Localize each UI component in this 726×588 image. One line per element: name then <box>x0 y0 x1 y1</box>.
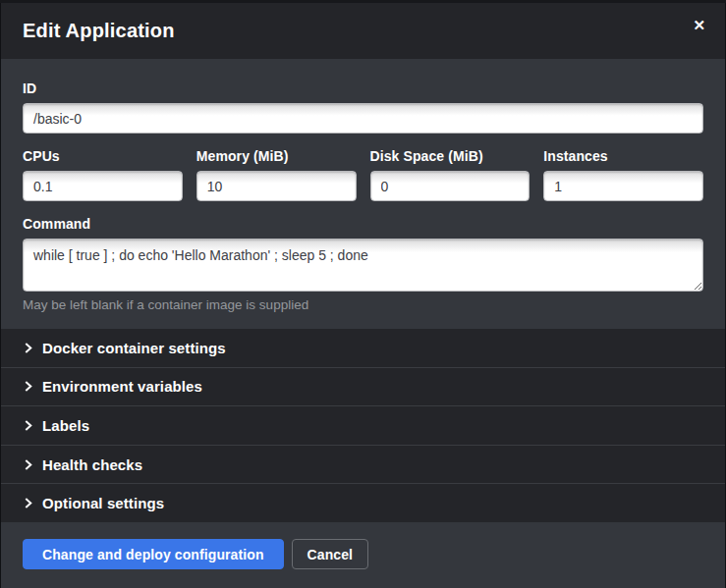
command-field-group: Command while [ true ] ; do echo 'Hello … <box>23 216 703 312</box>
section-label: Docker container settings <box>42 340 226 356</box>
section-environment-variables[interactable]: Environment variables <box>1 368 725 407</box>
memory-input[interactable] <box>196 171 357 201</box>
chevron-right-icon <box>23 420 33 431</box>
close-icon[interactable]: ✕ <box>689 16 709 34</box>
section-health-checks[interactable]: Health checks <box>1 446 725 485</box>
change-and-deploy-button[interactable]: Change and deploy configuration <box>23 539 284 569</box>
memory-field-group: Memory (MiB) <box>196 148 357 201</box>
cpus-field-group: CPUs <box>23 148 183 201</box>
modal-title: Edit Application <box>23 20 175 42</box>
settings-accordion: Docker container settings Environment va… <box>1 329 725 522</box>
command-label: Command <box>23 216 703 232</box>
disk-input[interactable] <box>370 171 531 201</box>
id-label: ID <box>23 80 703 96</box>
chevron-right-icon <box>23 459 33 470</box>
application-form: ID CPUs Memory (MiB) Disk Space (MiB) In… <box>1 59 725 329</box>
instances-field-group: Instances <box>543 148 703 201</box>
section-label: Environment variables <box>42 378 202 395</box>
memory-label: Memory (MiB) <box>196 148 357 164</box>
resources-row: CPUs Memory (MiB) Disk Space (MiB) Insta… <box>23 148 703 201</box>
chevron-right-icon <box>23 498 33 508</box>
command-help-text: May be left blank if a container image i… <box>23 297 703 312</box>
section-label: Health checks <box>42 456 142 473</box>
id-input[interactable] <box>23 103 703 134</box>
instances-input[interactable] <box>543 171 703 201</box>
section-labels[interactable]: Labels <box>1 406 725 446</box>
disk-label: Disk Space (MiB) <box>370 148 531 164</box>
section-label: Labels <box>42 417 89 434</box>
section-docker-container-settings[interactable]: Docker container settings <box>1 329 725 368</box>
cpus-input[interactable] <box>23 171 183 201</box>
id-field-group: ID <box>23 80 703 134</box>
section-optional-settings[interactable]: Optional settings <box>1 484 725 522</box>
disk-field-group: Disk Space (MiB) <box>370 148 531 201</box>
modal-footer: Change and deploy configuration Cancel <box>1 522 725 588</box>
chevron-right-icon <box>23 343 33 353</box>
cpus-label: CPUs <box>23 148 183 164</box>
command-textarea[interactable]: while [ true ] ; do echo 'Hello Marathon… <box>23 239 703 292</box>
instances-label: Instances <box>543 148 703 164</box>
chevron-right-icon <box>23 381 33 392</box>
modal-header: Edit Application ✕ <box>1 3 725 59</box>
edit-application-modal: Edit Application ✕ ID CPUs Memory (MiB) … <box>0 3 726 588</box>
cancel-button[interactable]: Cancel <box>292 539 369 569</box>
section-label: Optional settings <box>42 495 164 511</box>
